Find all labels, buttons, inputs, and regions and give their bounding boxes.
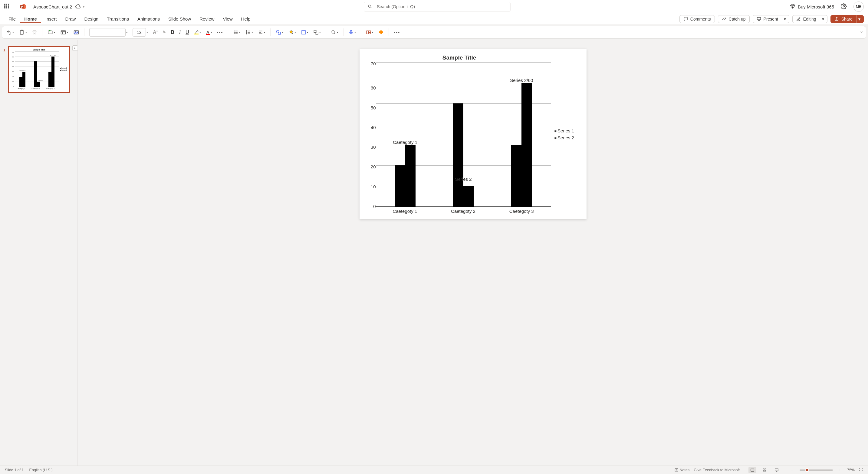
share-chevron-icon[interactable]: ▾ xyxy=(856,15,862,23)
chart-legend-item: Series 2 xyxy=(554,135,578,140)
app-launcher-icon[interactable] xyxy=(4,4,10,10)
numbering-button[interactable]: 123▾ xyxy=(244,28,255,36)
chart-legend-item: Series 1 xyxy=(554,128,578,133)
editing-mode-button[interactable]: Editing ▾ xyxy=(792,15,828,23)
search-icon xyxy=(368,4,372,9)
font-name-select[interactable]: ▾ xyxy=(88,27,129,38)
tab-help[interactable]: Help xyxy=(237,14,255,23)
share-button[interactable]: Share ▾ xyxy=(831,15,864,23)
svg-point-18 xyxy=(277,30,279,33)
chart-plot-area: Caetegoty 1Series 2Series 2/60 xyxy=(376,62,551,207)
svg-text:3: 3 xyxy=(246,33,247,34)
normal-view-button[interactable] xyxy=(748,467,756,473)
dictate-button[interactable]: ▾ xyxy=(346,28,358,36)
slide-1[interactable]: Sample Title 70 60 50 40 30 20 10 0 xyxy=(360,49,587,219)
arrange-button[interactable]: ▾ xyxy=(311,28,322,36)
slide-canvas-area[interactable]: Sample Title 70 60 50 40 30 20 10 0 xyxy=(78,40,868,466)
more-font-options-button[interactable]: ••• xyxy=(215,29,225,36)
zoom-out-button[interactable]: − xyxy=(789,467,795,473)
present-chevron-icon[interactable]: ▾ xyxy=(782,15,788,23)
chart-x-label: Caetegoty 1 xyxy=(376,207,434,214)
find-button[interactable]: ▾ xyxy=(329,28,340,36)
layout-button[interactable]: ▾ xyxy=(58,28,70,37)
chart-category-group: Series 2/60 xyxy=(492,62,551,206)
thumb-y-axis: 706050403020100 xyxy=(11,52,13,87)
language-indicator[interactable]: English (U.S.) xyxy=(29,468,53,472)
increase-font-size-button[interactable]: A^ xyxy=(151,28,159,36)
underline-button[interactable]: U xyxy=(184,28,191,36)
tab-animations[interactable]: Animations xyxy=(133,14,164,23)
slideshow-view-button[interactable] xyxy=(773,467,780,473)
chart-category-group: Series 2 xyxy=(434,62,492,206)
add-ins-button[interactable] xyxy=(376,28,385,36)
collapse-ribbon-button[interactable] xyxy=(860,30,864,35)
tab-home[interactable]: Home xyxy=(20,14,41,23)
buy-label: Buy Microsoft 365 xyxy=(798,4,834,9)
new-slide-button[interactable]: ▾ xyxy=(45,28,57,37)
comment-icon xyxy=(683,16,688,21)
bullets-button[interactable]: ▾ xyxy=(231,28,242,36)
svg-rect-34 xyxy=(775,469,778,471)
ribbon-overflow-button[interactable]: ••• xyxy=(392,29,402,36)
format-painter-button[interactable] xyxy=(30,28,39,36)
tab-draw[interactable]: Draw xyxy=(61,14,80,23)
chart-x-axis: Caetegoty 1Caetegoty 2Caetegoty 3 xyxy=(376,207,551,214)
font-size-select[interactable]: 12▾ xyxy=(131,27,150,38)
shape-fill-button[interactable]: ▾ xyxy=(287,28,298,36)
menu-tabs: File Home Insert Draw Design Transitions… xyxy=(0,13,868,25)
chart-data-label: Caetegoty 1 xyxy=(393,140,417,145)
svg-point-3 xyxy=(369,5,371,7)
picture-button[interactable] xyxy=(71,28,81,37)
editing-chevron-icon[interactable]: ▾ xyxy=(820,15,826,23)
highlight-button[interactable]: ▾ xyxy=(192,29,203,36)
zoom-in-button[interactable]: + xyxy=(837,467,843,473)
title-caret-icon[interactable]: ▾ xyxy=(83,5,85,8)
designer-button[interactable]: ▾ xyxy=(364,28,375,36)
font-color-button[interactable]: A▾ xyxy=(204,29,214,36)
diamond-icon xyxy=(790,4,795,10)
settings-gear-icon[interactable] xyxy=(841,3,847,10)
feedback-link[interactable]: Give Feedback to Microsoft xyxy=(694,468,740,472)
shape-outline-button[interactable]: ▾ xyxy=(299,28,310,36)
tab-view[interactable]: View xyxy=(218,14,237,23)
notes-button[interactable]: Notes xyxy=(674,468,690,472)
saved-to-cloud-icon[interactable] xyxy=(75,4,81,10)
paste-button[interactable]: ▾ xyxy=(17,28,29,37)
align-button[interactable]: ▾ xyxy=(256,28,267,36)
document-name[interactable]: AsposeChart_out 2 xyxy=(33,4,72,9)
tab-design[interactable]: Design xyxy=(80,14,102,23)
ribbon: ▾ ▾ ▾ ▾ ▾ 12▾ A^ Aˇ B I U ▾ A▾ ••• ▾ 123… xyxy=(2,26,866,39)
svg-rect-5 xyxy=(757,18,760,20)
tab-insert[interactable]: Insert xyxy=(41,14,61,23)
bold-button[interactable]: B xyxy=(169,28,176,36)
account-avatar[interactable]: MB xyxy=(854,1,864,12)
tab-file[interactable]: File xyxy=(4,14,20,23)
zoom-slider[interactable] xyxy=(800,470,833,471)
buy-microsoft-365-link[interactable]: Buy Microsoft 365 xyxy=(790,4,834,10)
present-label: Present xyxy=(764,16,778,22)
tab-slideshow[interactable]: Slide Show xyxy=(164,14,195,23)
shapes-button[interactable]: ▾ xyxy=(274,28,285,37)
slide-counter[interactable]: Slide 1 of 1 xyxy=(5,468,24,472)
tab-transitions[interactable]: Transitions xyxy=(102,14,133,23)
fit-to-window-button[interactable] xyxy=(859,467,863,473)
chart-category-group: Caetegoty 1 xyxy=(376,62,434,206)
slide-sorter-view-button[interactable] xyxy=(761,467,768,473)
undo-button[interactable]: ▾ xyxy=(4,28,16,36)
italic-button[interactable]: I xyxy=(177,28,183,36)
slide-thumbnail-rail: ⇤ 1 Sample Title 706050403020100 Ca xyxy=(0,40,78,466)
zoom-percent[interactable]: 75% xyxy=(847,468,855,472)
decrease-font-size-button[interactable]: Aˇ xyxy=(161,29,168,36)
svg-point-4 xyxy=(843,5,844,7)
chart-title: Sample Title xyxy=(368,55,551,61)
slide-thumbnail-1[interactable]: Sample Title 706050403020100 Caetegoty 1 xyxy=(8,46,70,93)
font-size-value: 12 xyxy=(137,30,142,35)
comments-button[interactable]: Comments xyxy=(679,15,715,23)
present-button[interactable]: Present ▾ xyxy=(753,15,789,23)
thumb-x-axis: Caetegoty 1Caetegoty 2Caetegoty 3 xyxy=(13,88,58,90)
chart-object[interactable]: Sample Title 70 60 50 40 30 20 10 0 xyxy=(368,55,578,214)
search-input[interactable]: Search (Option + Q) xyxy=(364,2,510,12)
collapse-thumbnails-button[interactable]: ⇤ xyxy=(72,45,78,51)
tab-review[interactable]: Review xyxy=(195,14,218,23)
catch-up-button[interactable]: Catch up xyxy=(718,15,750,23)
